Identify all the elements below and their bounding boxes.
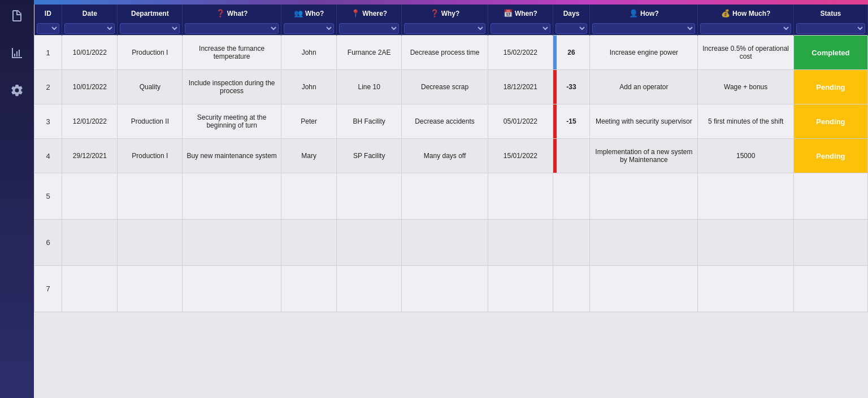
cell-where: Line 10 <box>337 70 402 104</box>
cell-status: Pending <box>793 139 867 173</box>
header-row: ID Date Department <box>34 5 868 22</box>
col-header-who: 👥 Who? <box>281 5 337 22</box>
cell-when: 18/12/2021 <box>488 70 553 104</box>
cell-why: Decrease accidents <box>402 104 488 139</box>
empty-row: 6 <box>34 220 868 266</box>
cell-id: 4 <box>34 139 62 173</box>
document-icon[interactable] <box>7 6 27 26</box>
cell-status: Completed <box>793 36 867 70</box>
chart-icon[interactable] <box>7 43 27 63</box>
filter-row <box>34 22 868 36</box>
cell-how: Increase engine power <box>590 36 698 70</box>
when-calendar-icon: 📅 <box>504 9 513 18</box>
empty-row: 5 <box>34 173 868 220</box>
col-header-status: Status <box>793 5 867 22</box>
filter-howmuch[interactable] <box>698 22 793 36</box>
col-header-what: ❓ What? <box>183 5 281 22</box>
who-group-icon: 👥 <box>294 9 303 18</box>
cell-what: Increase the furnance temperature <box>183 36 281 70</box>
filter-date[interactable] <box>62 22 118 36</box>
cell-id: 3 <box>34 104 62 139</box>
cell-department: Production II <box>118 104 183 139</box>
col-header-how: 👤 How? <box>590 5 698 22</box>
settings-icon[interactable] <box>7 80 27 100</box>
col-header-howmuch: 💰 How Much? <box>698 5 793 22</box>
cell-how: Meeting with security supervisor <box>590 104 698 139</box>
filter-dept[interactable] <box>118 22 183 36</box>
cell-where: SP Facility <box>337 139 402 173</box>
table-row[interactable]: 110/01/2022Production IIncrease the furn… <box>34 36 868 70</box>
cell-date: 10/01/2022 <box>62 36 118 70</box>
cell-department: Production I <box>118 139 183 173</box>
status-badge: Pending <box>794 104 867 138</box>
cell-how: Implementation of a new system by Mainte… <box>590 139 698 173</box>
cell-howmuch: Increase 0.5% of operational cost <box>698 36 793 70</box>
cell-id: 1 <box>34 36 62 70</box>
cell-date: 10/01/2022 <box>62 70 118 104</box>
status-badge: Pending <box>794 70 867 104</box>
howmuch-money-icon: 💰 <box>721 9 730 18</box>
cell-department: Quality <box>118 70 183 104</box>
main-content: ID Date Department <box>34 0 868 398</box>
col-header-why: ❓ Why? <box>402 5 488 22</box>
top-gradient-bar <box>34 0 868 5</box>
col-header-where: 📍 Where? <box>337 5 402 22</box>
cell-what: Include inspection during the process <box>183 70 281 104</box>
cell-why: Decrease scrap <box>402 70 488 104</box>
why-question-icon: ❓ <box>430 9 439 18</box>
col-header-days: Days <box>553 5 590 22</box>
cell-howmuch: Wage + bonus <box>698 70 793 104</box>
cell-id: 2 <box>34 70 62 104</box>
col-header-date: Date <box>62 5 118 22</box>
filter-how[interactable] <box>590 22 698 36</box>
filter-what[interactable] <box>183 22 281 36</box>
status-badge: Pending <box>794 139 867 173</box>
cell-days <box>553 139 590 173</box>
where-pin-icon: 📍 <box>351 9 360 18</box>
empty-row: 7 <box>34 266 868 312</box>
filter-days[interactable] <box>553 22 590 36</box>
cell-who: Peter <box>281 104 337 139</box>
cell-when: 05/01/2022 <box>488 104 553 139</box>
table-row[interactable]: 312/01/2022Production IISecurity meeting… <box>34 104 868 139</box>
table-row[interactable]: 210/01/2022QualityInclude inspection dur… <box>34 70 868 104</box>
cell-who: John <box>281 70 337 104</box>
col-header-department: Department <box>118 5 183 22</box>
cell-where: Furnance 2AE <box>337 36 402 70</box>
filter-id[interactable] <box>34 22 62 36</box>
cell-when: 15/02/2022 <box>488 36 553 70</box>
cell-status: Pending <box>793 104 867 139</box>
col-header-id: ID <box>34 5 62 22</box>
cell-who: John <box>281 36 337 70</box>
filter-status[interactable] <box>793 22 867 36</box>
filter-when[interactable] <box>488 22 553 36</box>
cell-days: 26 <box>553 36 590 70</box>
cell-department: Production I <box>118 36 183 70</box>
cell-why: Many days off <box>402 139 488 173</box>
filter-who[interactable] <box>281 22 337 36</box>
cell-days: -15 <box>553 104 590 139</box>
cell-what: Buy new maintenance system <box>183 139 281 173</box>
cell-how: Add an operator <box>590 70 698 104</box>
action-table: ID Date Department <box>34 5 868 312</box>
what-question-icon: ❓ <box>216 9 225 18</box>
cell-days: -33 <box>553 70 590 104</box>
filter-why[interactable] <box>402 22 488 36</box>
cell-where: BH Facility <box>337 104 402 139</box>
table-row[interactable]: 429/12/2021Production IBuy new maintenan… <box>34 139 868 173</box>
table-container: ID Date Department <box>34 5 868 398</box>
cell-when: 15/01/2022 <box>488 139 553 173</box>
how-person-icon: 👤 <box>629 9 638 18</box>
cell-status: Pending <box>793 70 867 104</box>
col-header-when: 📅 When? <box>488 5 553 22</box>
cell-howmuch: 15000 <box>698 139 793 173</box>
filter-where[interactable] <box>337 22 402 36</box>
cell-date: 12/01/2022 <box>62 104 118 139</box>
cell-who: Mary <box>281 139 337 173</box>
cell-what: Security meeting at the beginning of tur… <box>183 104 281 139</box>
cell-why: Decrease process time <box>402 36 488 70</box>
cell-howmuch: 5 first minutes of the shift <box>698 104 793 139</box>
status-badge: Completed <box>794 36 867 69</box>
cell-date: 29/12/2021 <box>62 139 118 173</box>
sidebar <box>0 0 34 398</box>
